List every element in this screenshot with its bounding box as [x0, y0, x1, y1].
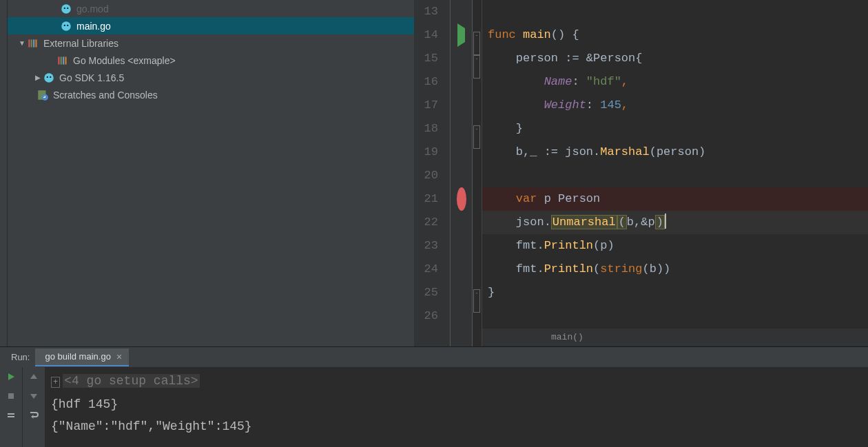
main-area: go.modmain.goExternal LibrariesGo Module…: [0, 0, 868, 346]
go-icon: [60, 20, 72, 32]
arrow-icon[interactable]: [33, 74, 43, 81]
code-line[interactable]: }: [482, 117, 868, 141]
run-tab[interactable]: go build main.go ×: [35, 349, 129, 366]
svg-point-1: [64, 7, 65, 8]
svg-rect-12: [63, 56, 64, 64]
tree-item-label: go.mod: [76, 3, 109, 14]
code-line[interactable]: fmt.Println(string(b)): [482, 258, 868, 281]
breadcrumb[interactable]: main(): [482, 328, 868, 346]
close-icon[interactable]: ×: [115, 351, 123, 362]
line-numbers: 1314151617181920212223242526: [414, 0, 451, 346]
expand-icon[interactable]: +: [51, 377, 60, 388]
fold-cell[interactable]: [473, 164, 482, 187]
line-number: 19: [414, 141, 438, 164]
svg-point-3: [61, 21, 71, 31]
editor[interactable]: 1314151617181920212223242526 ---- func m…: [414, 0, 868, 346]
stop-button[interactable]: [0, 386, 22, 406]
gutter-cell[interactable]: [451, 258, 472, 281]
tree-item-label: Scratches and Consoles: [53, 90, 158, 101]
rerun-button[interactable]: [0, 367, 22, 386]
down-button[interactable]: [23, 386, 45, 406]
lib-icon: [27, 37, 39, 50]
fold-cell[interactable]: -: [473, 281, 482, 304]
layout-button[interactable]: [0, 406, 22, 425]
gutter-cell[interactable]: [451, 187, 472, 211]
tree-item-label: main.go: [76, 21, 111, 32]
code-line[interactable]: b,_ := json.Marshal(person): [482, 141, 868, 164]
console-line: {"Name":"hdf","Weight":145}: [51, 415, 868, 437]
gutter-cell[interactable]: [451, 117, 472, 141]
svg-rect-9: [35, 39, 37, 47]
gutter-cell[interactable]: [451, 0, 472, 23]
fold-cell[interactable]: [473, 0, 482, 23]
svg-rect-11: [61, 56, 62, 64]
gutter-cell[interactable]: [451, 23, 472, 47]
gutter-cell[interactable]: [451, 164, 472, 187]
text-cursor: [665, 214, 666, 229]
gutter-cell[interactable]: [451, 47, 472, 70]
fold-cell[interactable]: [473, 211, 482, 234]
svg-rect-25: [8, 416, 14, 417]
project-tree[interactable]: go.modmain.goExternal LibrariesGo Module…: [8, 0, 414, 346]
code-line[interactable]: [482, 0, 868, 23]
gutter-cell[interactable]: [451, 281, 472, 304]
code-line[interactable]: person := &Person{: [482, 47, 868, 70]
fold-cell[interactable]: -: [473, 23, 482, 47]
gutter-cell[interactable]: [451, 304, 472, 328]
up-button[interactable]: [23, 367, 45, 386]
run-controls-nav: [23, 367, 45, 447]
code-line[interactable]: fmt.Println(p): [482, 234, 868, 258]
code-line[interactable]: [482, 164, 868, 187]
fold-cell[interactable]: -: [473, 47, 482, 70]
code-line[interactable]: }: [482, 281, 868, 304]
code-line-breakpoint[interactable]: var p Person: [482, 187, 868, 211]
arrow-icon[interactable]: [17, 39, 27, 47]
svg-point-14: [44, 73, 54, 83]
line-number: 25: [414, 281, 438, 304]
fold-cell[interactable]: [473, 70, 482, 94]
svg-marker-27: [30, 394, 37, 399]
line-number: 16: [414, 70, 438, 94]
fold-cell[interactable]: [473, 141, 482, 164]
breakpoint-icon[interactable]: [457, 187, 466, 211]
tree-item[interactable]: Scratches and Consoles: [8, 86, 414, 103]
tree-item-label: External Libraries: [43, 38, 118, 49]
code-line-current[interactable]: json.Unmarshal(b,&p): [482, 211, 868, 234]
svg-rect-24: [8, 413, 14, 415]
tree-item[interactable]: Go SDK 1.16.5: [8, 69, 414, 86]
code-line[interactable]: [482, 304, 868, 328]
run-icon[interactable]: [457, 23, 465, 47]
gutter-cell[interactable]: [451, 70, 472, 94]
fold-cell[interactable]: -: [473, 117, 482, 141]
code-line[interactable]: Weight: 145,: [482, 94, 868, 117]
gutter-cell[interactable]: [451, 211, 472, 234]
tree-item[interactable]: External Libraries: [8, 34, 414, 52]
fold-column[interactable]: ----: [473, 0, 482, 346]
tree-item[interactable]: main.go: [8, 17, 414, 34]
gutter-markers[interactable]: [451, 0, 473, 346]
fold-cell[interactable]: [473, 187, 482, 211]
console-line: {hdf 145}: [51, 393, 868, 415]
run-body: +<4 go setup calls> {hdf 145} {"Name":"h…: [0, 367, 868, 447]
svg-marker-22: [8, 373, 14, 380]
tree-item[interactable]: Go Modules <exmaple>: [8, 52, 414, 69]
console-line: +<4 go setup calls>: [51, 370, 868, 393]
fold-cell[interactable]: [473, 234, 482, 258]
fold-cell[interactable]: [473, 94, 482, 117]
gutter-cell[interactable]: [451, 234, 472, 258]
wrap-button[interactable]: [23, 406, 45, 425]
fold-cell[interactable]: [473, 258, 482, 281]
code-area[interactable]: func main() { person := &Person{ Name: "…: [482, 0, 868, 346]
fold-cell[interactable]: [473, 304, 482, 328]
gutter-cell[interactable]: [451, 141, 472, 164]
tool-window-strip[interactable]: [0, 0, 8, 346]
tree-item[interactable]: go.mod: [8, 0, 414, 17]
console-output[interactable]: +<4 go setup calls> {hdf 145} {"Name":"h…: [45, 367, 868, 447]
code-line[interactable]: func main() {: [482, 23, 868, 47]
line-number: 20: [414, 164, 438, 187]
run-controls-left: [0, 367, 23, 447]
run-tool-window: Run: go build main.go × +<4 go set: [0, 346, 868, 447]
run-tab-label: go build main.go: [45, 351, 110, 362]
code-line[interactable]: Name: "hdf",: [482, 70, 868, 94]
gutter-cell[interactable]: [451, 94, 472, 117]
